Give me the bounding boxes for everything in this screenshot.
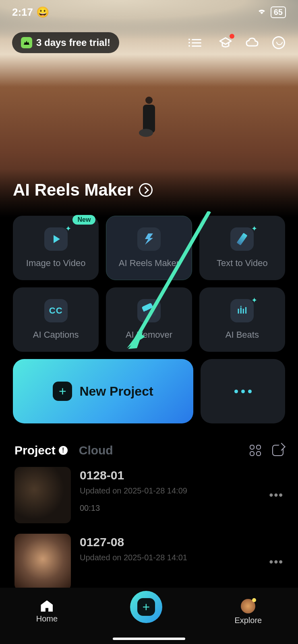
grid-view-icon[interactable] (250, 445, 261, 456)
tool-image-to-video[interactable]: New Image to Video (13, 216, 99, 280)
list-icon[interactable] (192, 35, 206, 50)
cc-icon: CC (49, 305, 63, 316)
play-icon (54, 235, 60, 243)
status-time: 2:17 (12, 6, 33, 19)
trial-label: 3 days free trial! (36, 37, 110, 48)
profile-icon[interactable] (271, 35, 286, 50)
tool-ai-reels-maker[interactable]: AI Reels Maker (106, 216, 192, 280)
education-icon[interactable] (218, 35, 233, 50)
bottom-nav: Home + Explore (0, 588, 298, 644)
tabs-row: Project ! Cloud (0, 444, 298, 457)
tool-text-to-video[interactable]: Text to Video (199, 216, 285, 280)
hero-title[interactable]: AI Reels Maker (13, 180, 153, 200)
new-badge: New (72, 215, 95, 225)
tool-ai-captions[interactable]: CC AI Captions (13, 287, 99, 352)
home-indicator (113, 638, 185, 640)
plus-icon: + (53, 382, 72, 401)
status-emoji: 😀 (36, 6, 49, 19)
tool-ai-remover[interactable]: AI Remover (106, 287, 192, 352)
hero-banner[interactable]: 3 days free trial! AI Reels Maker (0, 0, 298, 217)
nav-explore[interactable]: Explore (234, 599, 262, 625)
project-item[interactable]: 0128-01 Updated on 2025-01-28 14:09 00:1… (14, 467, 284, 523)
tab-cloud[interactable]: Cloud (79, 444, 113, 457)
project-more-icon[interactable]: ••• (269, 489, 284, 502)
create-fab[interactable]: + (130, 591, 162, 623)
crown-icon (21, 37, 32, 48)
home-icon (41, 601, 53, 612)
tab-project[interactable]: Project ! (14, 444, 68, 457)
project-thumbnail (14, 467, 71, 523)
project-more-icon[interactable]: ••• (269, 555, 284, 568)
eraser-icon (141, 303, 156, 319)
notification-dot (230, 34, 234, 39)
pen-icon (237, 233, 248, 245)
nav-home[interactable]: Home (36, 601, 58, 623)
cloud-icon[interactable] (245, 35, 259, 50)
battery-level: 65 (271, 6, 286, 18)
status-bar: 2:17 😀 65 (0, 0, 298, 24)
project-thumbnail (14, 534, 71, 590)
tools-grid: New Image to Video AI Reels Maker Text t… (0, 216, 298, 352)
new-project-button[interactable]: + New Project (13, 359, 193, 423)
chevron-right-icon (139, 183, 153, 197)
more-button[interactable] (201, 359, 285, 423)
project-item[interactable]: 0127-08 Updated on 2025-01-28 14:01 ••• (14, 534, 284, 590)
wifi-icon (257, 7, 267, 17)
beats-icon: ıİıl (237, 305, 247, 316)
tool-ai-beats[interactable]: ıİıl AI Beats (199, 287, 285, 352)
project-list: 0128-01 Updated on 2025-01-28 14:09 00:1… (0, 457, 298, 590)
edit-icon[interactable] (272, 445, 284, 456)
free-trial-pill[interactable]: 3 days free trial! (12, 32, 119, 53)
alert-icon: ! (59, 446, 68, 455)
bolt-icon (145, 233, 153, 245)
avatar-icon (241, 599, 255, 613)
plus-icon: + (137, 598, 155, 616)
